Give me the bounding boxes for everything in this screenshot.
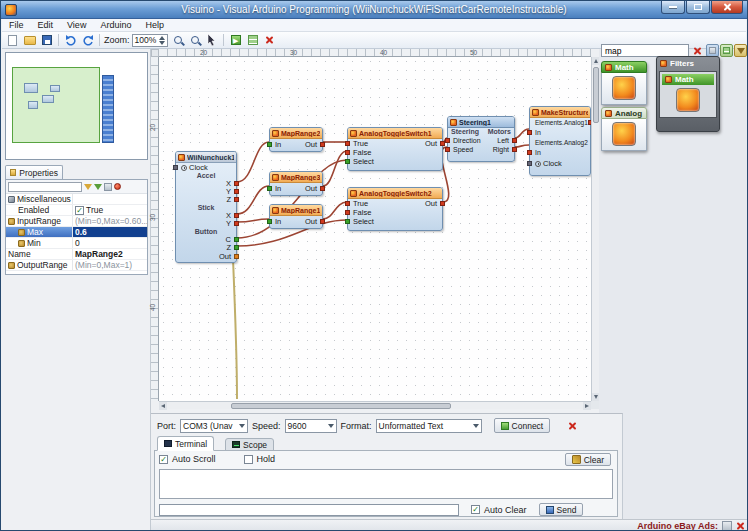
port-select[interactable]: COM3 (Unav: [180, 419, 248, 433]
hold-checkbox[interactable]: [244, 455, 253, 464]
tree-view-button[interactable]: [720, 44, 733, 57]
true-pin[interactable]: [345, 141, 350, 146]
properties-search-input[interactable]: [8, 182, 82, 192]
accel-z-pin[interactable]: [234, 197, 239, 202]
close-terminal-icon[interactable]: [568, 421, 577, 430]
analog-component-icon[interactable]: [612, 122, 636, 146]
button-c-pin[interactable]: [234, 237, 239, 242]
property-row-outputrange[interactable]: OutputRange (Min=0,Max=1): [6, 260, 147, 271]
block-analogtoggleswitch2[interactable]: AnalogToggleSwitch2 TrueOut False Select: [347, 187, 443, 231]
block-header[interactable]: MapRange1: [270, 205, 322, 216]
math-component-icon[interactable]: [676, 88, 700, 112]
accel-x-pin[interactable]: [234, 181, 239, 186]
maximize-button[interactable]: [686, 1, 710, 14]
tab-properties[interactable]: Properties: [5, 165, 63, 179]
in-pin[interactable]: [267, 219, 272, 224]
in-pin[interactable]: [527, 150, 532, 155]
wire-steering-right-to-makestructure[interactable]: [515, 145, 529, 147]
block-header[interactable]: MapRange2: [270, 128, 322, 139]
block-header[interactable]: AnalogToggleSwitch2: [348, 188, 442, 199]
out-pin[interactable]: [320, 219, 325, 224]
wire-stick-y-to-maprange1[interactable]: [237, 219, 269, 222]
new-file-button[interactable]: [5, 33, 20, 47]
property-row-inputrange[interactable]: InputRange (Min=0,Max=0.60...: [6, 216, 147, 227]
scroll-right-button[interactable]: [583, 402, 591, 410]
scroll-left-button[interactable]: [159, 402, 167, 410]
property-value[interactable]: True: [86, 205, 103, 215]
property-value-name[interactable]: MapRange2: [72, 249, 147, 259]
block-analogtoggleswitch1[interactable]: AnalogToggleSwitch1 TrueOut False Select: [347, 127, 443, 171]
expand-all-icon[interactable]: [104, 183, 112, 191]
property-value[interactable]: (Min=0,Max=0.60...: [72, 216, 147, 226]
block-header[interactable]: WiiNunchuck1: [176, 152, 236, 163]
build-button[interactable]: [245, 33, 260, 47]
menu-arduino[interactable]: Arduino: [93, 19, 138, 32]
icons-view-button[interactable]: [734, 44, 747, 57]
select-tool-button[interactable]: [204, 33, 219, 47]
property-row-miscellaneous[interactable]: Miscellaneous: [6, 194, 147, 205]
canvas-vscrollbar[interactable]: [591, 57, 599, 401]
zoom-spin-down-icon[interactable]: [159, 41, 165, 45]
block-makestructure1[interactable]: MakeStructure1 Elements.Analog1 In Eleme…: [529, 106, 591, 176]
filter-icon[interactable]: [84, 184, 92, 190]
palette-filters-window[interactable]: Filters Math: [656, 56, 720, 132]
titlebar[interactable]: Visuino - Visual Arduino Programming (Wi…: [1, 1, 747, 19]
canvas-hscrollbar[interactable]: [159, 401, 591, 409]
property-row-name[interactable]: Name MapRange2: [6, 249, 147, 260]
motor-right-pin[interactable]: [512, 147, 517, 152]
filter-category-icon[interactable]: [94, 184, 102, 190]
minimap[interactable]: [5, 52, 148, 160]
out-pin[interactable]: [234, 254, 239, 259]
block-wiinunchuck1[interactable]: WiiNunchuck1 Clock Accel X Y Z Stick X Y…: [175, 151, 237, 263]
menu-view[interactable]: View: [60, 19, 93, 32]
terminal-output[interactable]: [159, 469, 613, 499]
out-pin[interactable]: [440, 201, 445, 206]
stick-y-pin[interactable]: [234, 221, 239, 226]
send-input[interactable]: [159, 504, 459, 516]
true-pin[interactable]: [345, 201, 350, 206]
clock-pin[interactable]: [527, 161, 532, 166]
speed-pin[interactable]: [445, 147, 450, 152]
block-maprange3[interactable]: MapRange3 InOut: [269, 171, 323, 196]
motor-left-pin[interactable]: [512, 138, 517, 143]
design-canvas[interactable]: WiiNunchuck1 Clock Accel X Y Z Stick X Y…: [159, 57, 591, 401]
select-pin[interactable]: [345, 159, 350, 164]
zoom-out-button[interactable]: [187, 33, 202, 47]
close-button[interactable]: [711, 1, 743, 14]
block-maprange1[interactable]: MapRange1 InOut: [269, 204, 323, 229]
filters-header[interactable]: Filters: [657, 57, 719, 69]
in-pin[interactable]: [267, 142, 272, 147]
button-z-pin[interactable]: [234, 245, 239, 250]
stick-x-pin[interactable]: [234, 213, 239, 218]
minimize-button[interactable]: [661, 1, 685, 14]
menu-help[interactable]: Help: [138, 19, 171, 32]
autoclear-checkbox[interactable]: ✓: [471, 505, 480, 514]
zoom-spin-up-icon[interactable]: [159, 36, 165, 40]
redo-button[interactable]: [80, 33, 95, 47]
tab-terminal[interactable]: Terminal: [157, 436, 214, 451]
property-value[interactable]: (Min=0,Max=1): [72, 260, 147, 270]
out-pin[interactable]: [320, 186, 325, 191]
ads-close-icon[interactable]: [736, 522, 745, 531]
save-button[interactable]: [39, 33, 54, 47]
pin-panel-icon[interactable]: [114, 183, 121, 190]
autoscroll-checkbox[interactable]: ✓: [159, 455, 168, 464]
minimap-viewport[interactable]: [12, 67, 100, 143]
block-maprange2[interactable]: MapRange2 InOut: [269, 127, 323, 152]
property-row-min[interactable]: Min 0: [6, 238, 147, 249]
false-pin[interactable]: [345, 150, 350, 155]
zoom-select[interactable]: 100%: [132, 34, 169, 47]
enabled-checkbox[interactable]: ✓: [75, 206, 84, 215]
wire-accel-to-maprange2[interactable]: [237, 142, 269, 182]
in-pin[interactable]: [527, 130, 532, 135]
hscroll-thumb[interactable]: [231, 403, 451, 409]
clock-pin[interactable]: [173, 165, 178, 170]
property-row-enabled[interactable]: Enabled ✓True: [6, 205, 147, 216]
upload-arduino-button[interactable]: ▶: [228, 33, 243, 47]
speed-select[interactable]: 9600: [285, 419, 337, 433]
clear-button[interactable]: Clear: [565, 453, 611, 466]
connect-button[interactable]: Connect: [494, 418, 551, 433]
menu-file[interactable]: File: [2, 19, 31, 32]
category-header-analog[interactable]: Analog: [601, 107, 647, 119]
open-file-button[interactable]: [22, 33, 37, 47]
